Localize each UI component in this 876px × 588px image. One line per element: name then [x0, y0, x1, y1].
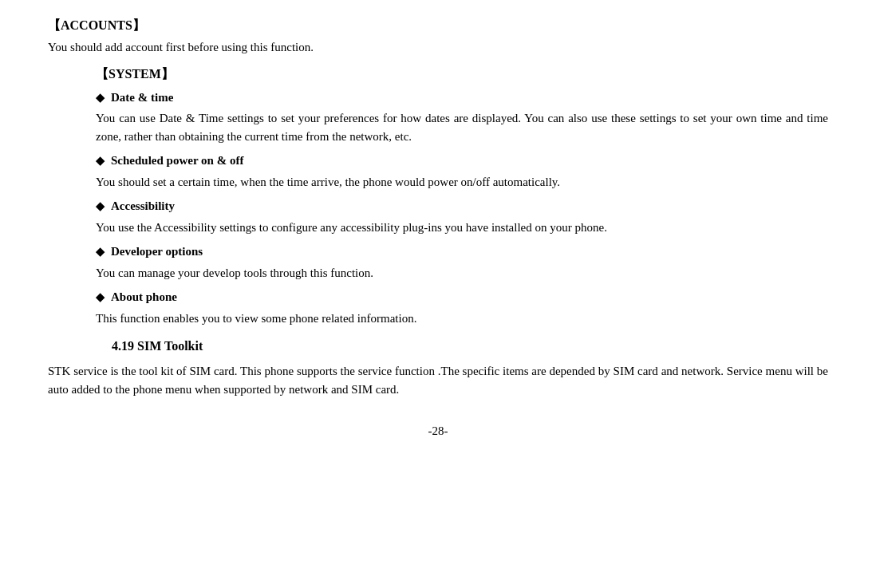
bullet-about-phone-title: About phone	[111, 288, 177, 306]
bullet-accessibility: ◆ Accessibility You use the Accessibilit…	[96, 197, 828, 236]
bullet-diamond-icon: ◆	[96, 289, 105, 306]
accounts-description: You should add account first before usin…	[48, 38, 828, 57]
bullet-scheduled-power-body: You should set a certain time, when the …	[96, 173, 828, 191]
bullet-scheduled-power: ◆ Scheduled power on & off You should se…	[96, 152, 828, 191]
sim-toolkit-body: STK service is the tool kit of SIM card.…	[48, 362, 828, 398]
bullet-accessibility-body: You use the Accessibility settings to co…	[96, 219, 828, 237]
bullet-developer-options-body: You can manage your develop tools throug…	[96, 264, 828, 282]
bullet-diamond-icon: ◆	[96, 89, 105, 106]
bullet-diamond-icon: ◆	[96, 198, 105, 215]
bullet-diamond-icon: ◆	[96, 152, 105, 169]
bullet-date-time-body: You can use Date & Time settings to set …	[96, 109, 828, 145]
accounts-heading: 【ACCOUNTS】	[48, 16, 828, 35]
bullet-diamond-icon: ◆	[96, 243, 105, 260]
bullet-developer-options-title: Developer options	[111, 243, 203, 261]
bullet-accessibility-title: Accessibility	[111, 197, 175, 215]
bullet-developer-options: ◆ Developer options You can manage your …	[96, 243, 828, 282]
bullet-date-time-title: Date & time	[111, 89, 173, 107]
bullet-scheduled-power-title: Scheduled power on & off	[111, 152, 243, 170]
system-heading: 【SYSTEM】	[48, 65, 828, 84]
bullet-about-phone-body: This function enables you to view some p…	[96, 310, 828, 328]
bullet-about-phone: ◆ About phone This function enables you …	[96, 288, 828, 327]
sim-toolkit-heading: 4.19 SIM Toolkit	[48, 337, 828, 356]
bullet-date-time: ◆ Date & time You can use Date & Time se…	[96, 89, 828, 146]
page-number: -28-	[48, 422, 828, 440]
